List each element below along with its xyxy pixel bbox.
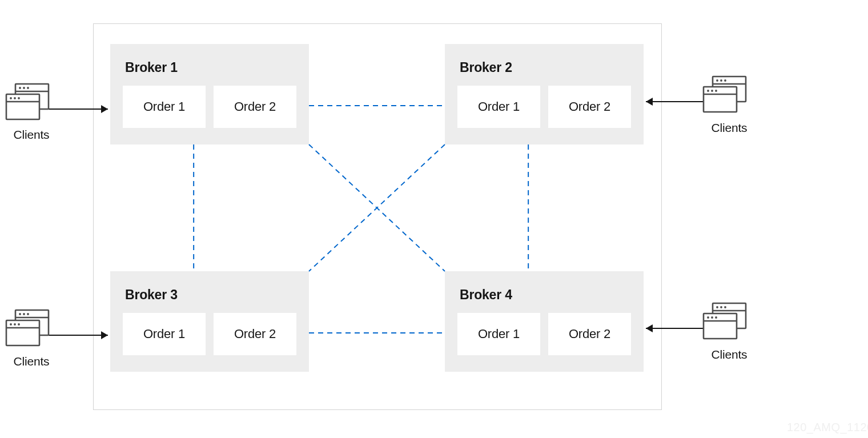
order-box: Order 1 <box>457 86 540 128</box>
svg-point-12 <box>716 79 718 82</box>
svg-point-32 <box>716 306 718 308</box>
clients-label: Clients <box>6 128 57 142</box>
order-box: Order 2 <box>548 86 631 128</box>
svg-rect-25 <box>6 320 39 345</box>
svg-point-24 <box>27 313 29 315</box>
svg-rect-5 <box>6 94 39 119</box>
order-box: Order 2 <box>548 313 631 355</box>
svg-point-19 <box>715 90 717 92</box>
svg-point-8 <box>14 97 16 99</box>
order-box: Order 2 <box>214 86 296 128</box>
svg-rect-10 <box>713 77 746 102</box>
broker-3: Broker 3 Order 1 Order 2 <box>110 271 309 372</box>
svg-point-2 <box>19 87 21 89</box>
svg-rect-15 <box>704 87 737 112</box>
clients-label: Clients <box>6 355 57 368</box>
svg-point-13 <box>720 79 722 82</box>
svg-rect-0 <box>15 84 49 109</box>
broker-title: Broker 2 <box>460 60 631 75</box>
svg-rect-30 <box>713 303 746 328</box>
svg-point-9 <box>18 97 20 99</box>
broker-title: Broker 1 <box>125 60 296 75</box>
svg-point-18 <box>711 90 713 92</box>
svg-point-38 <box>711 316 713 319</box>
clients-label: Clients <box>704 121 755 135</box>
svg-rect-35 <box>704 314 737 339</box>
order-box: Order 2 <box>214 313 296 355</box>
svg-point-3 <box>23 87 25 89</box>
broker-title: Broker 4 <box>460 287 631 303</box>
svg-point-22 <box>19 313 21 315</box>
svg-point-4 <box>27 87 29 89</box>
order-box: Order 1 <box>457 313 540 355</box>
clients-icon <box>6 310 49 345</box>
clients-icon <box>6 84 49 119</box>
broker-1: Broker 1 Order 1 Order 2 <box>110 44 309 144</box>
svg-point-39 <box>715 316 717 319</box>
svg-point-14 <box>724 79 726 82</box>
svg-point-17 <box>707 90 709 92</box>
order-box: Order 1 <box>123 313 206 355</box>
svg-point-27 <box>10 323 12 326</box>
clients-icon <box>704 303 746 339</box>
svg-point-23 <box>23 313 25 315</box>
diagram-id-watermark: 120_AMQ_1120 <box>787 421 868 434</box>
svg-point-37 <box>707 316 709 319</box>
svg-point-28 <box>14 323 16 326</box>
svg-point-33 <box>720 306 722 308</box>
clients-icon <box>704 77 746 112</box>
broker-4: Broker 4 Order 1 Order 2 <box>445 271 644 372</box>
broker-2: Broker 2 Order 1 Order 2 <box>445 44 644 144</box>
svg-rect-20 <box>15 310 49 335</box>
svg-point-7 <box>10 97 12 99</box>
svg-point-34 <box>724 306 726 308</box>
order-box: Order 1 <box>123 86 206 128</box>
svg-point-29 <box>18 323 20 326</box>
broker-title: Broker 3 <box>125 287 296 303</box>
clients-label: Clients <box>704 348 755 361</box>
